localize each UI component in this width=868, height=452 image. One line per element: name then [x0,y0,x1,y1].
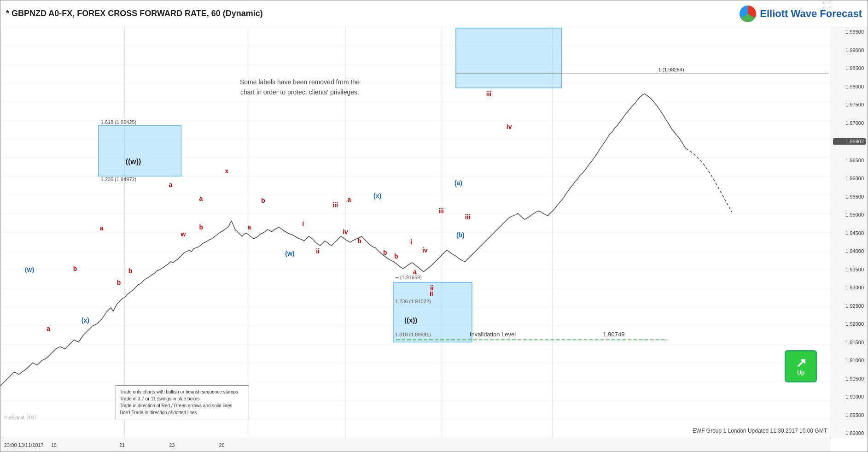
svg-text:Invalidation Level: Invalidation Level [470,331,516,338]
svg-text:(a): (a) [454,179,462,187]
disclaimer-line-2: Trade in 3,7 or 11 swings in blue boxes [120,395,245,402]
price-tick-17: 1.91000 [833,358,866,363]
svg-text:1.90749: 1.90749 [603,331,625,338]
date-16-label: 16 [51,442,57,448]
price-tick-16: 1.91500 [833,340,866,345]
svg-text:b: b [394,252,398,260]
price-tick-8: 1.95500 [833,194,866,200]
svg-text:1.236 (1.91022): 1.236 (1.91022) [395,299,431,304]
svg-text:b: b [357,237,361,245]
svg-text:(w): (w) [285,250,294,257]
svg-text:a: a [247,223,251,231]
watermark: © eSignal, 2017 [4,415,37,420]
svg-text:x: x [225,167,228,175]
price-axis: 1.99500 1.99000 1.98500 1.98000 1.97500 … [831,27,868,438]
date-21-label: 21 [119,442,125,448]
svg-text:(x): (x) [82,317,89,324]
svg-text:i: i [302,220,304,227]
svg-text:iii: iii [332,201,338,209]
date-26-label: 26 [219,442,224,448]
bottom-bar: 23:00 13/11/2017 16 21 23 26 [0,438,831,452]
price-tick-19: 1.90000 [833,394,866,399]
svg-text:i: i [410,238,412,246]
svg-rect-10 [456,28,562,88]
svg-text:a: a [47,325,50,332]
price-tick-3: 1.98000 [833,84,866,89]
price-tick-15: 1.92000 [833,321,866,327]
price-tick-20: 1.89500 [833,412,866,418]
svg-text:(b): (b) [456,231,465,239]
svg-text:b: b [261,197,265,204]
date-23-label: 23 [169,442,175,448]
logo-icon [740,6,756,22]
svg-text:b: b [128,267,133,275]
price-tick-4: 1.97500 [833,102,866,107]
svg-text:1.618 (1.89991): 1.618 (1.89991) [395,332,431,337]
svg-text:b: b [73,265,77,272]
price-tick-11: 1.94000 [833,248,866,254]
notice-text: Some labels have been removed from thech… [240,77,360,98]
svg-rect-8 [99,126,181,176]
price-tick-13: 1.93000 [833,285,866,290]
chart-title: * GBPNZD A0-FX, FOREX CROSS FORWARD RATE… [6,9,263,18]
svg-text:1.236 (1.94972): 1.236 (1.94972) [101,176,136,182]
svg-text:iv: iv [507,123,512,131]
price-tick-5: 1.97000 [833,120,866,126]
price-tick-14: 1.92500 [833,303,866,309]
price-tick-10: 1.94500 [833,230,866,236]
svg-text:1 (1.98284): 1 (1.98284) [658,67,684,72]
brand-name: Elliott Wave Forecast [760,8,862,20]
date-start-label: 23:00 13/11/2017 [4,442,44,448]
top-bar: * GBPNZD A0-FX, FOREX CROSS FORWARD RATE… [0,0,868,27]
svg-text:((w)): ((w)) [126,158,141,165]
price-tick-7: 1.96000 [833,176,866,181]
disclaimer-line-1: Trade only charts with bullish or bearis… [120,388,245,395]
up-arrow-icon: ↗ [796,357,806,370]
chart-svg: a b a b b a w a b x a b i ii iii a iv b … [0,27,831,438]
svg-text:b: b [199,223,204,231]
svg-rect-1 [0,27,831,438]
svg-text:ii: ii [316,247,320,255]
svg-text:iii: iii [486,90,492,98]
price-tick-21: 1.89000 [833,430,866,436]
chart-area: a b a b b a w a b x a b i ii iii a iv b … [0,27,831,438]
svg-text:a: a [100,224,104,232]
price-tick-6: 1.96500 [833,158,866,163]
disclaimer-box: Trade only charts with bullish or bearis… [116,385,249,419]
up-button-label: Up [797,370,804,376]
price-tick-0: 1.99500 [833,29,866,35]
svg-text:iii: iii [438,207,444,215]
svg-text:a: a [347,196,351,203]
svg-text:(x): (x) [373,192,381,200]
svg-text:a: a [169,181,173,188]
up-button[interactable]: ↗ Up [785,350,817,382]
svg-text:ii: ii [430,284,434,292]
svg-text:iv: iv [422,247,428,254]
price-tick-1: 1.99000 [833,47,866,53]
svg-text:w: w [181,230,186,238]
svg-text:b: b [117,279,121,286]
logo-area: Elliott Wave Forecast [740,6,862,22]
price-tick-12: 1.93500 [833,267,866,272]
svg-text:iii: iii [465,213,471,221]
price-tick-18: 1.90500 [833,376,866,382]
price-tick-current: 1.96902 [833,138,866,145]
chart-container: * GBPNZD A0-FX, FOREX CROSS FORWARD RATE… [0,0,868,452]
svg-text:(w): (w) [25,266,34,273]
svg-text:1.618 (1.96425): 1.618 (1.96425) [101,119,136,125]
disclaimer-line-4: Don't Trade in direction of dotted lines [120,409,245,416]
svg-text:a: a [199,195,203,202]
disclaimer-line-3: Trade in direction of Red / Green arrows… [120,402,245,409]
svg-text:((x)): ((x)) [404,316,417,324]
update-text: EWF Group 1 London Updated 11.30.2017 10… [693,428,827,434]
maximize-icon[interactable]: ⛶ [822,1,830,10]
price-tick-9: 1.95000 [833,212,866,217]
svg-text:b: b [383,249,387,256]
svg-text:iv: iv [343,228,348,235]
price-tick-2: 1.98500 [833,65,866,71]
svg-text:─ (1.91659): ─ (1.91659) [395,275,422,280]
